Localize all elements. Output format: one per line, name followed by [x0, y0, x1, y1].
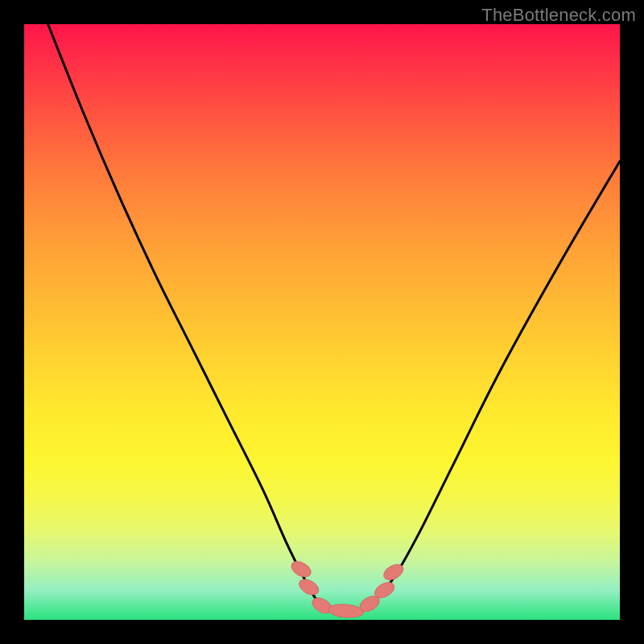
curve-svg [24, 24, 620, 620]
chart-frame: TheBottleneck.com [0, 0, 644, 644]
curve-marker [296, 576, 321, 598]
plot-area [24, 24, 620, 620]
curve-marker [328, 603, 364, 619]
curve-markers [289, 559, 406, 619]
watermark-text: TheBottleneck.com [481, 5, 636, 26]
curve-marker [289, 559, 314, 580]
bottleneck-curve [48, 24, 620, 611]
